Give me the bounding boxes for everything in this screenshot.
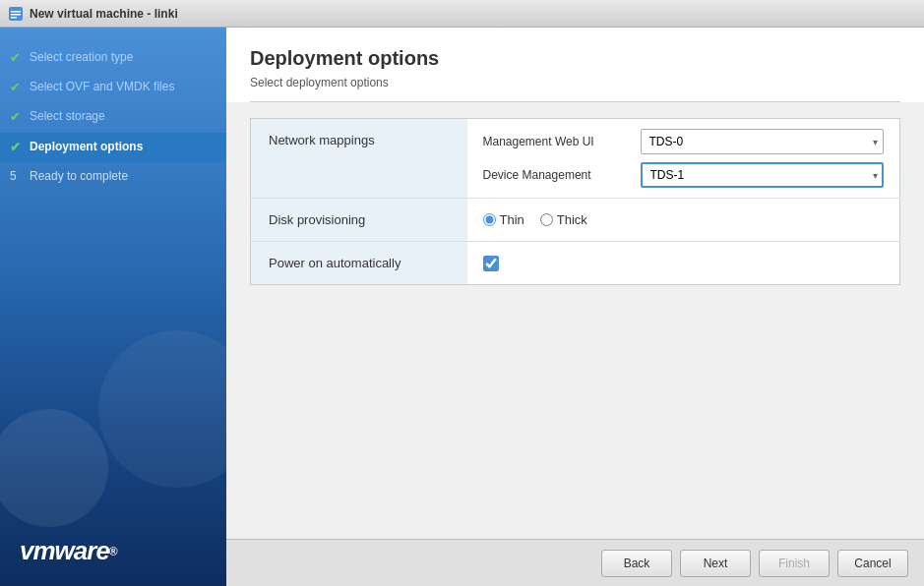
power-on-checkbox-wrapper <box>483 256 885 271</box>
checkmark-icon-1: ✔ <box>10 49 24 67</box>
network-mappings-row: Network mappings Management Web UI TDS-0… <box>251 119 900 199</box>
management-web-ui-label: Management Web UI <box>483 135 641 148</box>
main-container: ✔ Select creation type ✔ Select OVF and … <box>0 28 924 586</box>
step4-label: Deployment options <box>30 139 143 155</box>
page-subtitle: Select deployment options <box>250 76 900 101</box>
content-body: Network mappings Management Web UI TDS-0… <box>226 102 924 539</box>
thick-label: Thick <box>557 212 587 227</box>
network-mappings-label: Network mappings <box>251 119 467 199</box>
sidebar-item-step2[interactable]: ✔ Select OVF and VMDK files <box>0 73 226 102</box>
step5-label: Ready to complete <box>30 168 128 185</box>
checkmark-icon-4: ✔ <box>10 139 24 156</box>
management-web-ui-select[interactable]: TDS-0 TDS-1 TDS-2 <box>641 129 885 154</box>
device-management-label: Device Management <box>483 168 641 182</box>
options-table: Network mappings Management Web UI TDS-0… <box>250 118 900 285</box>
disk-provisioning-radio-group: Thin Thick <box>483 212 885 227</box>
sidebar-item-step5[interactable]: 5 Ready to complete <box>0 162 226 191</box>
step1-label: Select creation type <box>30 49 133 66</box>
footer: Back Next Finish Cancel <box>226 539 924 586</box>
disk-provisioning-label: Disk provisioning <box>251 199 467 242</box>
next-button[interactable]: Next <box>680 550 751 577</box>
network-mappings-content: Management Web UI TDS-0 TDS-1 TDS-2 ▾ <box>467 119 900 199</box>
thin-label: Thin <box>500 212 524 227</box>
svg-rect-1 <box>11 11 21 13</box>
sidebar-item-step4[interactable]: ✔ Deployment options <box>0 133 226 162</box>
window-title: New virtual machine - linki <box>30 7 178 21</box>
content-header: Deployment options Select deployment opt… <box>226 28 924 102</box>
thin-radio[interactable] <box>483 213 496 226</box>
thin-option[interactable]: Thin <box>483 212 524 227</box>
content-area: Deployment options Select deployment opt… <box>226 28 924 586</box>
thick-radio[interactable] <box>540 213 553 226</box>
sidebar: ✔ Select creation type ✔ Select OVF and … <box>0 28 226 586</box>
device-management-select[interactable]: TDS-0 TDS-1 TDS-2 <box>641 162 885 188</box>
cancel-button[interactable]: Cancel <box>837 550 908 577</box>
svg-rect-2 <box>11 14 21 16</box>
svg-rect-3 <box>11 17 17 19</box>
checkmark-icon-2: ✔ <box>10 79 24 96</box>
step3-label: Select storage <box>30 108 105 125</box>
management-web-ui-select-wrapper: TDS-0 TDS-1 TDS-2 ▾ <box>641 129 885 154</box>
back-button[interactable]: Back <box>601 550 672 577</box>
device-management-row: Device Management TDS-0 TDS-1 TDS-2 ▾ <box>483 162 885 188</box>
power-on-checkbox[interactable] <box>483 256 499 271</box>
window-icon <box>8 6 24 22</box>
thick-option[interactable]: Thick <box>540 212 587 227</box>
power-on-row: Power on automatically <box>251 242 900 285</box>
power-on-label: Power on automatically <box>251 242 467 285</box>
sidebar-item-step1[interactable]: ✔ Select creation type <box>0 43 226 73</box>
management-web-ui-row: Management Web UI TDS-0 TDS-1 TDS-2 ▾ <box>483 129 885 154</box>
title-bar: New virtual machine - linki <box>0 0 924 28</box>
vmware-logo: vmware® <box>0 520 226 586</box>
disk-provisioning-content: Thin Thick <box>467 199 900 242</box>
finish-button[interactable]: Finish <box>759 550 830 577</box>
sidebar-item-step3[interactable]: ✔ Select storage <box>0 102 226 132</box>
step2-label: Select OVF and VMDK files <box>30 79 174 95</box>
device-management-select-wrapper: TDS-0 TDS-1 TDS-2 ▾ <box>641 162 885 188</box>
disk-provisioning-row: Disk provisioning Thin Thick <box>251 199 900 242</box>
step-number-5: 5 <box>10 168 24 185</box>
power-on-content <box>467 242 900 285</box>
checkmark-icon-3: ✔ <box>10 108 24 126</box>
page-title: Deployment options <box>250 47 900 70</box>
